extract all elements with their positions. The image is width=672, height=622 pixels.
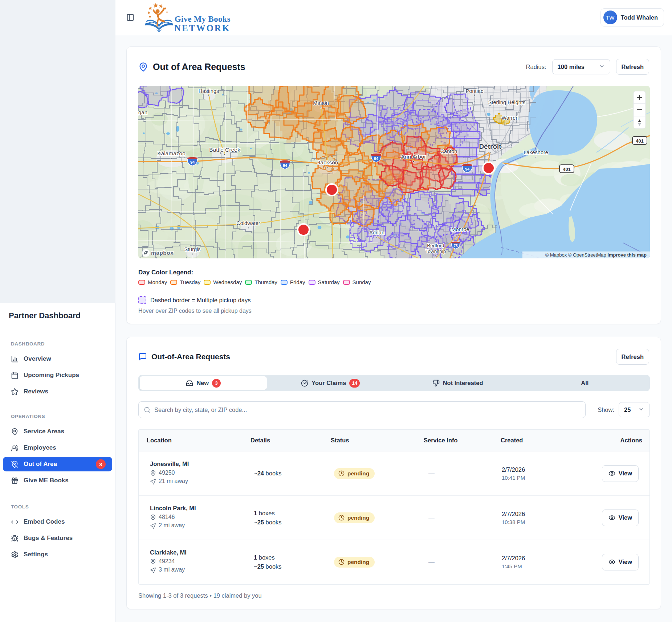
svg-text:94: 94: [283, 163, 288, 168]
svg-text:mapbox: mapbox: [151, 250, 174, 256]
svg-text:401: 401: [636, 138, 644, 144]
svg-text:94: 94: [465, 167, 470, 171]
svg-text:Detroit: Detroit: [479, 143, 501, 150]
svg-text:Township: Township: [425, 249, 446, 254]
svg-text:Monroe: Monroe: [451, 226, 469, 232]
svg-text:Hastings: Hastings: [199, 88, 219, 94]
svg-text:Battle Creek: Battle Creek: [209, 147, 240, 153]
svg-text:75: 75: [453, 244, 458, 248]
svg-text:Bedford: Bedford: [427, 243, 444, 248]
svg-text:Jackson: Jackson: [318, 159, 338, 165]
svg-text:94: 94: [190, 160, 195, 164]
svg-text:Kalamazoo: Kalamazoo: [157, 150, 186, 156]
svg-text:NETWORK: NETWORK: [174, 23, 230, 33]
svg-text:Pontiac: Pontiac: [466, 88, 483, 94]
svg-text:Adrian: Adrian: [369, 230, 384, 236]
svg-text:gan: gan: [138, 109, 147, 115]
svg-text:Ann Arbor: Ann Arbor: [401, 154, 426, 160]
svg-text:© Mapbox © OpenStreetMap Impro: © Mapbox © OpenStreetMap Improve this ma…: [545, 252, 647, 258]
svg-text:Lakeshore: Lakeshore: [524, 150, 548, 155]
svg-text:Sturgis: Sturgis: [184, 246, 200, 252]
svg-text:Coldwater: Coldwater: [236, 220, 260, 226]
svg-text:Warren: Warren: [502, 115, 519, 121]
svg-text:401: 401: [563, 167, 571, 172]
svg-text:Sterling Heights: Sterling Heights: [488, 99, 525, 105]
svg-text:Give My Books: Give My Books: [175, 15, 231, 24]
svg-text:Canton: Canton: [440, 148, 457, 154]
svg-text:Mason: Mason: [313, 100, 329, 106]
svg-text:94: 94: [374, 156, 379, 161]
